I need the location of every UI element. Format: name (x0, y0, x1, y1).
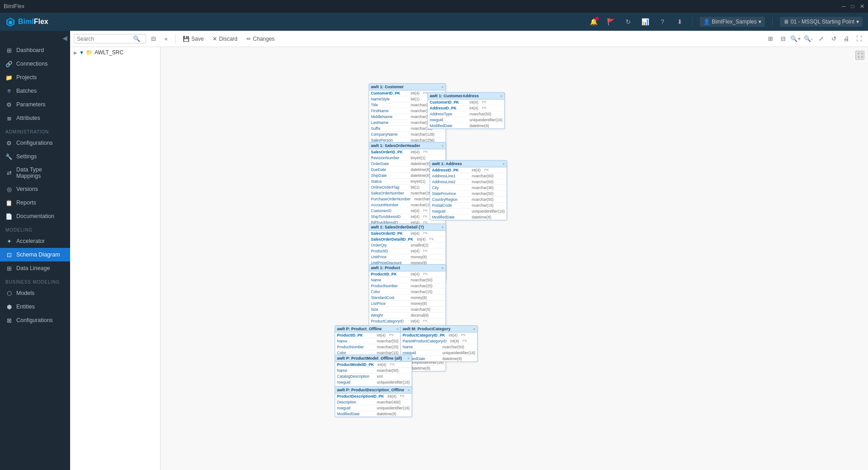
logo-flex-text: Flex (34, 18, 48, 25)
sidebar-item-documentation[interactable]: 📄 Documentation (0, 209, 70, 223)
user-chevron-icon: ▾ (759, 19, 761, 25)
view-toggle-2[interactable]: ⊟ (778, 33, 788, 44)
flag-icon[interactable]: 🚩 (606, 17, 616, 27)
save-button[interactable]: 💾 Save (179, 34, 207, 44)
user-selector[interactable]: 👤 BimlFlex_Samples ▾ (700, 17, 765, 27)
toolbar: 🔍 ⊟ « 💾 Save ✕ Discard ✏ Changes ⊞ (70, 31, 868, 47)
content-area: 🔍 ⊟ « 💾 Save ✕ Discard ✏ Changes ⊞ (70, 31, 868, 470)
version-selector[interactable]: 🖥 01 - MSSQL Starting Point ▾ (780, 17, 863, 27)
sidebar-item-models[interactable]: ⬡ Models (0, 286, 70, 300)
schema-table-t10[interactable]: awlt P: ProductDescription_Offline×Produ… (335, 386, 412, 417)
filter-button[interactable]: ⊟ (148, 33, 159, 44)
sidebar-label-models: Models (16, 290, 34, 296)
table-close-t8[interactable]: × (473, 327, 475, 331)
col-name: ShipToAddressID (371, 214, 407, 219)
tree-item-root[interactable]: ▶ ▼ 📁 AWLT_SRC (70, 47, 160, 58)
col-name: Weight (371, 313, 407, 318)
table-row: AddressLine1nvarchar(60) (430, 173, 507, 179)
table-row: CatalogDescriptionxml (335, 374, 412, 380)
changes-button[interactable]: ✏ Changes (243, 34, 278, 44)
sidebar-item-data-lineage[interactable]: ⊞ Data Lineage (0, 261, 70, 275)
table-row: SalesOrderID_PKint(4)PK (369, 231, 446, 237)
sidebar-label-attributes: Attributes (16, 115, 40, 121)
expand-diagram-button[interactable]: ⛶ (855, 51, 864, 60)
sidebar-label-batches: Batches (16, 88, 37, 94)
col-name: PostalCode (432, 203, 468, 208)
print-button[interactable]: 🖨 (841, 33, 852, 44)
sidebar-item-versions[interactable]: ◎ Versions (0, 182, 70, 196)
collapse-tree-button[interactable]: « (161, 33, 171, 44)
schema-table-t2[interactable]: awlt 1: CustomerAddress×CustomerID_PKint… (427, 92, 505, 129)
zoom-out-button[interactable]: 🔍- (803, 33, 814, 44)
restore-button[interactable]: □ (851, 3, 854, 9)
sidebar-item-batches[interactable]: ≡ Batches (0, 84, 70, 98)
col-flag: FK (423, 214, 427, 219)
tree-toggle-icon[interactable]: ▶ (74, 50, 77, 55)
col-flag: FK (423, 209, 427, 213)
sidebar-item-connections[interactable]: 🔗 Connections (0, 57, 70, 71)
col-type: money(8) (411, 301, 427, 306)
sidebar-item-projects[interactable]: 📁 Projects (0, 71, 70, 84)
download-icon[interactable]: ⬇ (675, 17, 685, 27)
schema-table-t4[interactable]: awlt 1: Address×AddressID_PKint(4)PKAddr… (430, 160, 507, 220)
sidebar-label-configurations: Configurations (16, 140, 53, 146)
sidebar-item-biz-configurations[interactable]: ⊠ Configurations (0, 313, 70, 327)
sidebar-item-entities[interactable]: ⬢ Entities (0, 300, 70, 313)
fullscreen-button[interactable]: ⛶ (854, 33, 864, 44)
sidebar-item-configurations[interactable]: ⚙ Configurations (0, 136, 70, 150)
col-name: CountryRegion (432, 197, 468, 202)
fit-button[interactable]: ⤢ (816, 33, 826, 44)
table-title-t2: awlt 1: CustomerAddress (430, 94, 479, 98)
sidebar-item-reports[interactable]: 📋 Reports (0, 196, 70, 209)
table-close-t3[interactable]: × (441, 144, 444, 148)
table-header-t6: awlt 1: Product× (369, 265, 446, 271)
col-name: ShipDate (371, 173, 407, 178)
sidebar-item-accelerator[interactable]: ✦ Accelerator (0, 234, 70, 248)
sidebar-item-settings[interactable]: 🔧 Settings (0, 150, 70, 163)
table-row: rowguiduniqueidentifier(16) (335, 380, 412, 385)
collapse-sidebar-button[interactable]: ◀ (0, 33, 70, 43)
col-type: decimal(9) (411, 313, 429, 318)
refresh-icon[interactable]: ↻ (623, 17, 633, 27)
table-close-t4[interactable]: × (503, 162, 505, 166)
notifications-icon[interactable]: 🔔 (589, 17, 599, 27)
table-close-t6[interactable]: × (441, 266, 444, 270)
sidebar-item-data-type-mappings[interactable]: ⇄ Data Type Mappings (0, 163, 70, 182)
table-row: ProductNumbernvarchar(25) (369, 283, 446, 289)
col-name: ProductCategoryID (371, 319, 407, 323)
table-row: AddressID_PKint(4)PK (428, 105, 504, 111)
tree-folder-icon: 📁 (86, 49, 93, 56)
col-flag: FK (423, 249, 427, 253)
table-close-t10[interactable]: × (408, 388, 410, 392)
zoom-in-button[interactable]: 🔍+ (790, 33, 801, 44)
col-name: CustomerID_PK (430, 100, 466, 104)
col-name: OnlineOrderFlag (371, 185, 407, 190)
table-row: StateProvincenvarchar(50) (430, 191, 507, 197)
discard-button[interactable]: ✕ Discard (209, 34, 241, 44)
accelerator-icon: ✦ (5, 237, 13, 245)
analytics-icon[interactable]: 📊 (640, 17, 650, 27)
table-close-t1[interactable]: × (441, 85, 444, 89)
table-close-t2[interactable]: × (500, 94, 503, 98)
diagram-area[interactable]: ⛶ awlt 1: Customer×CustomerID_PKint(4)PK… (161, 47, 868, 470)
table-close-t7[interactable]: × (397, 327, 399, 331)
table-close-t9[interactable]: × (408, 356, 410, 361)
schema-table-t9[interactable]: awlt P: ProductModel_Offline (all)×Produ… (335, 355, 412, 391)
reset-button[interactable]: ↺ (828, 33, 839, 44)
col-name: LastName (371, 120, 407, 125)
close-button[interactable]: ✕ (860, 3, 864, 9)
sidebar-label-dashboard: Dashboard (16, 47, 44, 53)
sidebar-item-attributes[interactable]: ≣ Attributes (0, 111, 70, 125)
search-icon[interactable]: 🔍 (133, 35, 140, 42)
sidebar-item-parameters[interactable]: ⚙ Parameters (0, 98, 70, 111)
table-close-t5[interactable]: × (441, 225, 444, 229)
table-row: PostalCodenvarchar(15) (430, 203, 507, 209)
col-name: AddressLine2 (432, 180, 468, 184)
sidebar-item-schema-diagram[interactable]: ⊡ Schema Diagram (0, 248, 70, 261)
minimize-button[interactable]: ─ (842, 3, 846, 9)
search-input[interactable] (77, 36, 131, 42)
view-toggle-1[interactable]: ⊞ (765, 33, 776, 44)
sidebar-item-dashboard[interactable]: ⊞ Dashboard (0, 43, 70, 57)
help-icon[interactable]: ? (658, 17, 668, 27)
changes-icon: ✏ (247, 36, 251, 42)
